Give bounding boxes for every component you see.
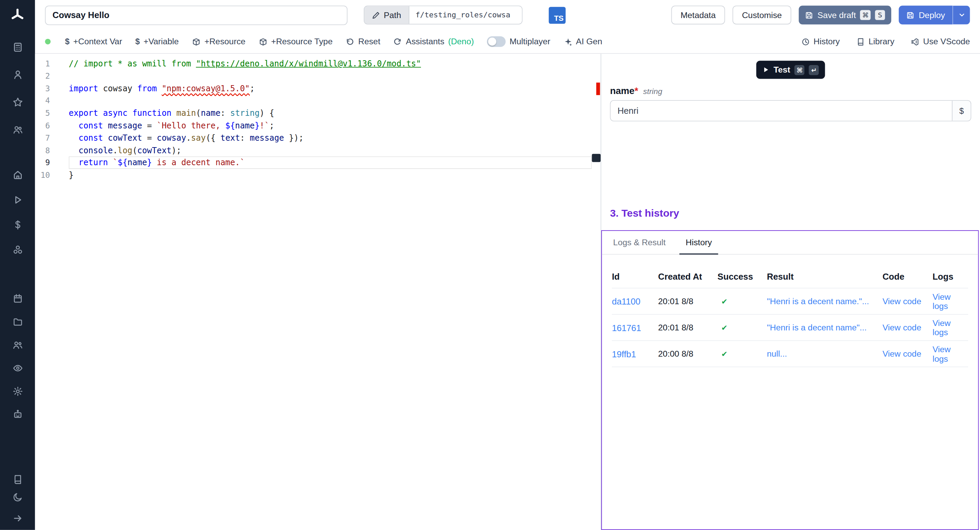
run-id-link[interactable]: 19ffb1 [612, 349, 658, 359]
run-id-link[interactable]: 161761 [612, 322, 658, 332]
home-icon[interactable] [12, 169, 23, 180]
save-draft-button[interactable]: Save draft ⌘ S [799, 6, 891, 24]
insert-variable-button[interactable]: $ [952, 101, 970, 121]
reset-button[interactable]: Reset [346, 37, 380, 46]
resources-icon[interactable] [12, 244, 23, 255]
calculator-icon[interactable] [12, 41, 23, 53]
use-vscode-button[interactable]: Use VScode [911, 37, 970, 46]
view-logs-link[interactable]: View logs [932, 318, 968, 337]
dollar-icon: $ [65, 37, 69, 46]
package-icon [259, 37, 267, 46]
windmill-logo-icon[interactable] [0, 0, 35, 30]
view-logs-link[interactable]: View logs [932, 292, 968, 311]
save-icon [805, 11, 813, 19]
bot-icon[interactable] [12, 409, 23, 420]
gear-icon[interactable] [12, 385, 23, 396]
deploy-dropdown-button[interactable] [953, 6, 970, 24]
chevron-down-icon [958, 11, 966, 19]
app-sidebar [0, 0, 35, 530]
moon-icon[interactable] [12, 491, 23, 503]
add-resource-button[interactable]: +Resource [192, 37, 245, 46]
edit-path-button[interactable]: Path [364, 6, 409, 24]
user-group-icon[interactable] [12, 339, 23, 351]
save-draft-label: Save draft [817, 10, 856, 20]
history-table: IdCreated AtSuccessResultCodeLogs da1100… [612, 265, 968, 367]
add-variable-button[interactable]: $ +Variable [135, 37, 179, 46]
line-number: 6 [35, 120, 69, 132]
column-header: Created At [658, 271, 717, 281]
line-number: 2 [35, 70, 69, 82]
ai-gen-button[interactable]: AI Gen [563, 37, 602, 46]
star-icon[interactable] [12, 96, 23, 108]
code-line[interactable]: 3import cowsay from "npm:cowsay@1.5.0"; [35, 82, 592, 95]
code-line[interactable]: 4 [35, 95, 592, 107]
arg-input-group: $ [610, 100, 972, 121]
tab-history[interactable]: History [676, 231, 722, 254]
eye-icon[interactable] [12, 362, 23, 373]
kbd-cmd: ⌘ [795, 65, 804, 75]
user-icon[interactable] [12, 69, 23, 80]
dollar-icon[interactable] [12, 219, 23, 230]
code-line[interactable]: 10} [35, 169, 592, 181]
path-input[interactable] [409, 6, 522, 24]
result-link[interactable]: "Henri is a decent name."... [767, 297, 883, 306]
calendar-icon[interactable] [12, 293, 23, 304]
field-name-label: name* [610, 85, 638, 96]
typescript-badge: TS [549, 6, 566, 24]
folder-icon[interactable] [12, 316, 23, 327]
code-line[interactable]: 5export async function main(name: string… [35, 107, 592, 119]
result-link[interactable]: "Henri is a decent name"... [767, 323, 883, 332]
view-code-link[interactable]: View code [882, 349, 932, 359]
view-logs-link[interactable]: View logs [932, 344, 968, 363]
cursor-marker[interactable] [592, 154, 601, 162]
code-line[interactable]: 1// import * as wmill from "https://deno… [35, 57, 592, 70]
code-line[interactable]: 8 console.log(cowText); [35, 144, 592, 157]
add-variable-label: +Variable [143, 37, 179, 46]
sidebar-group-bottom [12, 473, 23, 502]
kbd-s: S [875, 10, 885, 20]
add-resource-label: +Resource [205, 37, 246, 46]
history-button[interactable]: History [801, 37, 840, 46]
code-line[interactable]: 6 const message = `Hello there, ${name}!… [35, 120, 592, 132]
code-editor[interactable]: 1// import * as wmill from "https://deno… [35, 54, 601, 530]
add-context-var-button[interactable]: $ +Context Var [65, 37, 122, 46]
path-label: Path [384, 10, 401, 20]
kbd-cmd: ⌘ [860, 10, 870, 20]
view-code-link[interactable]: View code [882, 323, 932, 332]
arrow-right-icon[interactable] [12, 512, 23, 524]
view-code-link[interactable]: View code [882, 297, 932, 306]
success-check-icon: ✔ [718, 323, 767, 332]
multiplayer-toggle[interactable] [487, 37, 506, 47]
line-number: 8 [35, 144, 69, 157]
tab-logs-result[interactable]: Logs & Result [603, 231, 675, 254]
assistants-button[interactable]: Assistants (Deno) [393, 37, 474, 46]
result-link[interactable]: null... [767, 349, 883, 359]
multiplayer-label: Multiplayer [509, 37, 550, 46]
library-button[interactable]: Library [856, 37, 894, 46]
play-icon [762, 66, 769, 73]
code-lines[interactable]: 1// import * as wmill from "https://deno… [35, 54, 592, 530]
add-context-var-label: +Context Var [73, 37, 122, 46]
add-resource-type-button[interactable]: +Resource Type [259, 37, 333, 46]
play-icon[interactable] [12, 194, 23, 205]
column-header: Id [612, 271, 658, 281]
created-at-value: 20:00 8/8 [658, 349, 717, 359]
line-number: 7 [35, 132, 69, 144]
users-icon[interactable] [12, 124, 23, 135]
script-name-input[interactable] [45, 5, 347, 25]
book-icon[interactable] [12, 473, 23, 485]
code-line[interactable]: 2 [35, 70, 592, 82]
line-number: 9 [35, 157, 69, 169]
app-window: Path TS Metadata Customise Save draft ⌘ … [0, 0, 980, 530]
book-icon [856, 37, 865, 46]
name-arg-input[interactable] [611, 101, 952, 121]
code-line[interactable]: 7 const cowText = cowsay.say({ text: mes… [35, 132, 592, 144]
test-button[interactable]: Test ⌘ ↵ [756, 61, 825, 79]
metadata-button[interactable]: Metadata [671, 6, 725, 24]
table-row: da110020:01 8/8✔"Henri is a decent name.… [612, 289, 968, 315]
run-id-link[interactable]: da1100 [612, 296, 658, 306]
rotate-ccw-icon [346, 37, 355, 46]
code-line[interactable]: 9 return `${name} is a decent name.` [35, 157, 592, 169]
deploy-button[interactable]: Deploy [899, 6, 953, 24]
customise-button[interactable]: Customise [733, 6, 791, 24]
